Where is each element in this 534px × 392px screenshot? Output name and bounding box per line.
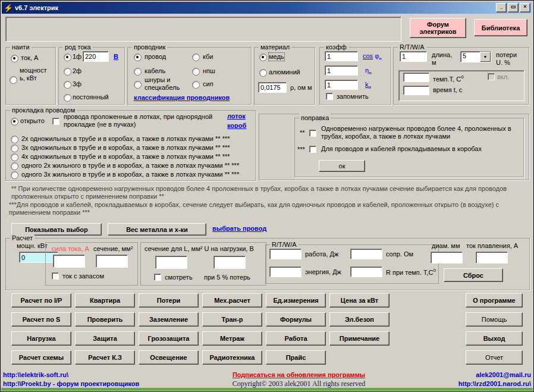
sip-radio[interactable] xyxy=(192,81,200,89)
exit-button[interactable]: Выход xyxy=(466,331,523,346)
resistivity-input[interactable] xyxy=(258,82,287,93)
duct-link[interactable]: короб xyxy=(227,122,246,130)
short-circuit-button[interactable]: Расчет К.З xyxy=(75,350,135,365)
scheme-calc-button[interactable]: Расчет схемы xyxy=(11,350,71,365)
phase3-radio[interactable] xyxy=(64,81,71,89)
laying-option-radio-2[interactable] xyxy=(11,145,18,152)
cos-phi-label[interactable]: cos φн xyxy=(363,52,382,62)
eta-label[interactable]: ηн xyxy=(365,67,372,77)
section-panel-header: сечение для L, мм² U на нагрузки, В xyxy=(145,245,254,253)
find-group: наити ток, А мощность, кВт xyxy=(5,47,56,105)
apartment-button[interactable]: Квартира xyxy=(75,293,135,308)
aluminum-radio[interactable] xyxy=(259,69,267,77)
metal-weight-button[interactable]: Вес металла и х-ки xyxy=(108,223,206,236)
on-checkbox[interactable] xyxy=(488,73,495,80)
price-per-kwt-button[interactable]: Цена за кВт xyxy=(329,293,389,308)
forum-button[interactable]: Форум электриков xyxy=(410,18,466,38)
correction-ok-button[interactable]: ок xyxy=(319,160,365,172)
minimize-button[interactable]: _ xyxy=(496,3,507,12)
length-input[interactable] xyxy=(400,51,427,62)
laying-option-radio-4[interactable] xyxy=(11,162,18,170)
ki-label[interactable]: kи xyxy=(365,81,371,91)
site-link-elektrik-soft[interactable]: http:\\elektrik-soft.ru\ xyxy=(3,371,139,380)
open-radio[interactable] xyxy=(11,118,18,126)
formulas-button[interactable]: Формулы xyxy=(266,312,326,327)
email-link[interactable]: alek2001@mail.ru xyxy=(458,371,531,380)
phase2-radio[interactable] xyxy=(64,68,71,76)
remember-label: запомнить xyxy=(337,93,369,101)
work-button[interactable]: Работа xyxy=(266,331,326,346)
r-temp-input[interactable] xyxy=(350,266,382,277)
mech-calc-button[interactable]: Мех.расчет xyxy=(202,293,262,308)
choose-wire-link[interactable]: выбрать провод xyxy=(212,225,266,233)
dc-radio[interactable] xyxy=(64,94,71,102)
verify-button[interactable]: Проверить xyxy=(75,312,135,327)
remark-button[interactable]: Примечание xyxy=(329,331,389,346)
site-link-rzd2001[interactable]: http:\\rzd2001.narod.ru\ xyxy=(458,380,531,388)
wire-radio[interactable] xyxy=(134,54,142,61)
watch-checkbox[interactable] xyxy=(154,274,161,281)
el-safety-button[interactable]: Эл.безоп xyxy=(329,312,389,327)
tray-checkbox[interactable] xyxy=(52,118,59,125)
loss-select[interactable]: 5 ▼ xyxy=(460,51,491,62)
voltage-link[interactable]: В xyxy=(114,53,118,61)
report-button[interactable]: Отчет xyxy=(466,350,523,365)
current-result-input[interactable] xyxy=(53,255,85,268)
calc-ip-button[interactable]: Расчет по I/P xyxy=(11,293,71,308)
kbi-radio[interactable] xyxy=(192,54,200,61)
site-link-proekt-by[interactable]: http:\\Proekt.by - форум проектировщиков xyxy=(3,380,139,388)
copyright-text: Copyright© 2003 alek2001 All rights rese… xyxy=(233,380,365,388)
classification-link[interactable]: классификация проводников xyxy=(134,94,230,102)
cable-radio[interactable] xyxy=(134,68,142,76)
subscribe-link[interactable]: Подписаться на обновления программы xyxy=(233,371,365,380)
phase1-radio[interactable] xyxy=(64,54,71,61)
about-button[interactable]: О программе xyxy=(466,293,523,308)
correction-item1-checkbox[interactable] xyxy=(309,130,316,137)
copper-radio[interactable] xyxy=(259,54,267,61)
power-label: мощн. кВт xyxy=(17,242,48,250)
u-load-input[interactable] xyxy=(213,256,246,269)
cords-radio[interactable] xyxy=(134,81,142,89)
protection-button[interactable]: Защита xyxy=(75,331,135,346)
voltage-input[interactable] xyxy=(83,51,109,62)
section-result-input[interactable] xyxy=(96,255,128,268)
grounding-button[interactable]: Заземление xyxy=(139,312,199,327)
tray-link[interactable]: лоток xyxy=(227,112,246,120)
losses-button[interactable]: Потери xyxy=(139,293,199,308)
lightning-protection-button[interactable]: Грозозащита xyxy=(139,331,199,346)
melting-input[interactable] xyxy=(476,252,508,264)
correction-item2-checkbox[interactable] xyxy=(309,146,316,153)
ki-input[interactable] xyxy=(325,80,358,90)
cos-phi-input[interactable] xyxy=(325,51,358,61)
chevron-down-icon[interactable]: ▼ xyxy=(480,52,491,62)
footage-button[interactable]: Метраж xyxy=(202,331,262,346)
section-for-l-input[interactable] xyxy=(155,256,187,269)
laying-option-radio-3[interactable] xyxy=(11,153,18,161)
close-button[interactable]: × xyxy=(520,3,530,12)
calc-s-button[interactable]: Расчет по S xyxy=(11,312,71,327)
laying-option-radio-5[interactable] xyxy=(11,171,18,179)
reserve-checkbox[interactable] xyxy=(52,272,59,280)
units-button[interactable]: Ед.измерения xyxy=(266,293,326,308)
energy-input[interactable] xyxy=(269,266,301,277)
transformer-button[interactable]: Тран-р xyxy=(202,312,262,327)
work-input[interactable] xyxy=(269,249,301,259)
find-current-radio[interactable] xyxy=(11,55,18,62)
price-list-button[interactable]: Прайс xyxy=(266,350,326,365)
reset-button[interactable]: Сброс xyxy=(444,268,503,282)
find-power-radio[interactable] xyxy=(10,76,17,84)
lighting-button[interactable]: Освещение xyxy=(139,350,199,365)
library-button[interactable]: Библиотека xyxy=(474,19,527,36)
load-button[interactable]: Нагрузка xyxy=(11,331,71,346)
resistance-input[interactable] xyxy=(350,249,382,259)
time-input[interactable] xyxy=(403,86,429,95)
diameter-input[interactable] xyxy=(431,252,463,264)
remember-checkbox[interactable] xyxy=(326,93,333,100)
temp-input[interactable] xyxy=(403,73,429,82)
maximize-button[interactable]: ▭ xyxy=(508,3,519,12)
npsh-radio[interactable] xyxy=(192,68,200,76)
radio-tech-button[interactable]: Радиотехника xyxy=(202,350,262,365)
eta-input[interactable] xyxy=(325,65,358,76)
help-button[interactable]: Помощь xyxy=(466,312,523,327)
laying-option-radio-1[interactable] xyxy=(11,136,18,143)
